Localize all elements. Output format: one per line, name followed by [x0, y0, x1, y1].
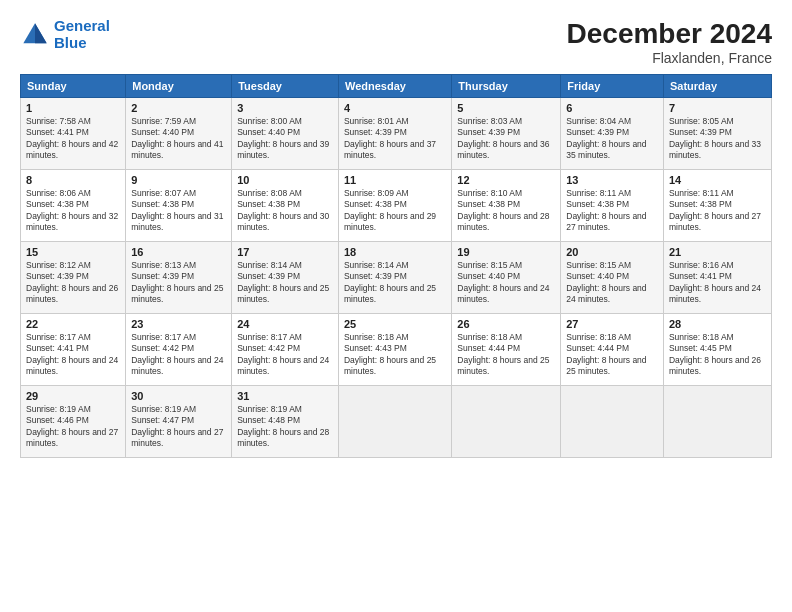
- day-cell-1: 1Sunrise: 7:58 AMSunset: 4:41 PMDaylight…: [21, 98, 126, 170]
- day-info: Sunrise: 8:06 AMSunset: 4:38 PMDaylight:…: [26, 188, 120, 234]
- day-cell-19: 19Sunrise: 8:15 AMSunset: 4:40 PMDayligh…: [452, 242, 561, 314]
- day-number: 1: [26, 102, 120, 114]
- day-info: Sunrise: 8:05 AMSunset: 4:39 PMDaylight:…: [669, 116, 766, 162]
- day-cell-7: 7Sunrise: 8:05 AMSunset: 4:39 PMDaylight…: [663, 98, 771, 170]
- day-number: 8: [26, 174, 120, 186]
- col-saturday: Saturday: [663, 75, 771, 98]
- day-info: Sunrise: 8:18 AMSunset: 4:45 PMDaylight:…: [669, 332, 766, 378]
- day-info: Sunrise: 8:16 AMSunset: 4:41 PMDaylight:…: [669, 260, 766, 306]
- header-row: Sunday Monday Tuesday Wednesday Thursday…: [21, 75, 772, 98]
- day-info: Sunrise: 8:18 AMSunset: 4:44 PMDaylight:…: [457, 332, 555, 378]
- day-info: Sunrise: 8:09 AMSunset: 4:38 PMDaylight:…: [344, 188, 446, 234]
- day-cell-11: 11Sunrise: 8:09 AMSunset: 4:38 PMDayligh…: [338, 170, 451, 242]
- logo-icon: [20, 20, 50, 50]
- day-number: 3: [237, 102, 333, 114]
- day-number: 22: [26, 318, 120, 330]
- day-cell-21: 21Sunrise: 8:16 AMSunset: 4:41 PMDayligh…: [663, 242, 771, 314]
- day-info: Sunrise: 8:17 AMSunset: 4:42 PMDaylight:…: [237, 332, 333, 378]
- day-cell-3: 3Sunrise: 8:00 AMSunset: 4:40 PMDaylight…: [232, 98, 339, 170]
- day-number: 21: [669, 246, 766, 258]
- day-number: 6: [566, 102, 658, 114]
- day-info: Sunrise: 8:11 AMSunset: 4:38 PMDaylight:…: [669, 188, 766, 234]
- day-number: 25: [344, 318, 446, 330]
- day-number: 31: [237, 390, 333, 402]
- day-info: Sunrise: 8:03 AMSunset: 4:39 PMDaylight:…: [457, 116, 555, 162]
- day-info: Sunrise: 8:11 AMSunset: 4:38 PMDaylight:…: [566, 188, 658, 234]
- day-number: 30: [131, 390, 226, 402]
- day-number: 10: [237, 174, 333, 186]
- col-wednesday: Wednesday: [338, 75, 451, 98]
- calendar-table: Sunday Monday Tuesday Wednesday Thursday…: [20, 74, 772, 458]
- page: General Blue December 2024 Flaxlanden, F…: [0, 0, 792, 612]
- week-row-4: 22Sunrise: 8:17 AMSunset: 4:41 PMDayligh…: [21, 314, 772, 386]
- day-number: 28: [669, 318, 766, 330]
- subtitle: Flaxlanden, France: [567, 50, 772, 66]
- day-cell-16: 16Sunrise: 8:13 AMSunset: 4:39 PMDayligh…: [126, 242, 232, 314]
- day-cell-29: 29Sunrise: 8:19 AMSunset: 4:46 PMDayligh…: [21, 386, 126, 458]
- day-info: Sunrise: 8:15 AMSunset: 4:40 PMDaylight:…: [566, 260, 658, 306]
- day-info: Sunrise: 8:04 AMSunset: 4:39 PMDaylight:…: [566, 116, 658, 162]
- day-info: Sunrise: 8:19 AMSunset: 4:48 PMDaylight:…: [237, 404, 333, 450]
- empty-cell: [561, 386, 664, 458]
- col-tuesday: Tuesday: [232, 75, 339, 98]
- day-number: 15: [26, 246, 120, 258]
- day-cell-27: 27Sunrise: 8:18 AMSunset: 4:44 PMDayligh…: [561, 314, 664, 386]
- day-number: 16: [131, 246, 226, 258]
- day-cell-17: 17Sunrise: 8:14 AMSunset: 4:39 PMDayligh…: [232, 242, 339, 314]
- day-cell-23: 23Sunrise: 8:17 AMSunset: 4:42 PMDayligh…: [126, 314, 232, 386]
- day-info: Sunrise: 8:01 AMSunset: 4:39 PMDaylight:…: [344, 116, 446, 162]
- day-cell-31: 31Sunrise: 8:19 AMSunset: 4:48 PMDayligh…: [232, 386, 339, 458]
- day-number: 24: [237, 318, 333, 330]
- svg-marker-1: [35, 23, 47, 43]
- day-info: Sunrise: 8:00 AMSunset: 4:40 PMDaylight:…: [237, 116, 333, 162]
- day-info: Sunrise: 8:10 AMSunset: 4:38 PMDaylight:…: [457, 188, 555, 234]
- day-info: Sunrise: 8:13 AMSunset: 4:39 PMDaylight:…: [131, 260, 226, 306]
- day-info: Sunrise: 7:58 AMSunset: 4:41 PMDaylight:…: [26, 116, 120, 162]
- day-number: 5: [457, 102, 555, 114]
- day-info: Sunrise: 8:15 AMSunset: 4:40 PMDaylight:…: [457, 260, 555, 306]
- day-cell-28: 28Sunrise: 8:18 AMSunset: 4:45 PMDayligh…: [663, 314, 771, 386]
- day-cell-26: 26Sunrise: 8:18 AMSunset: 4:44 PMDayligh…: [452, 314, 561, 386]
- day-number: 2: [131, 102, 226, 114]
- day-number: 23: [131, 318, 226, 330]
- logo: General Blue: [20, 18, 110, 51]
- day-info: Sunrise: 8:17 AMSunset: 4:41 PMDaylight:…: [26, 332, 120, 378]
- day-number: 12: [457, 174, 555, 186]
- day-cell-2: 2Sunrise: 7:59 AMSunset: 4:40 PMDaylight…: [126, 98, 232, 170]
- day-info: Sunrise: 7:59 AMSunset: 4:40 PMDaylight:…: [131, 116, 226, 162]
- week-row-2: 8Sunrise: 8:06 AMSunset: 4:38 PMDaylight…: [21, 170, 772, 242]
- day-number: 7: [669, 102, 766, 114]
- day-cell-14: 14Sunrise: 8:11 AMSunset: 4:38 PMDayligh…: [663, 170, 771, 242]
- col-friday: Friday: [561, 75, 664, 98]
- logo-line2: Blue: [54, 34, 87, 51]
- day-number: 9: [131, 174, 226, 186]
- day-info: Sunrise: 8:07 AMSunset: 4:38 PMDaylight:…: [131, 188, 226, 234]
- day-number: 19: [457, 246, 555, 258]
- week-row-5: 29Sunrise: 8:19 AMSunset: 4:46 PMDayligh…: [21, 386, 772, 458]
- title-block: December 2024 Flaxlanden, France: [567, 18, 772, 66]
- day-cell-18: 18Sunrise: 8:14 AMSunset: 4:39 PMDayligh…: [338, 242, 451, 314]
- day-cell-13: 13Sunrise: 8:11 AMSunset: 4:38 PMDayligh…: [561, 170, 664, 242]
- day-number: 18: [344, 246, 446, 258]
- col-monday: Monday: [126, 75, 232, 98]
- main-title: December 2024: [567, 18, 772, 50]
- week-row-1: 1Sunrise: 7:58 AMSunset: 4:41 PMDaylight…: [21, 98, 772, 170]
- day-number: 13: [566, 174, 658, 186]
- day-number: 17: [237, 246, 333, 258]
- day-cell-5: 5Sunrise: 8:03 AMSunset: 4:39 PMDaylight…: [452, 98, 561, 170]
- empty-cell: [452, 386, 561, 458]
- day-number: 14: [669, 174, 766, 186]
- header: General Blue December 2024 Flaxlanden, F…: [20, 18, 772, 66]
- logo-text: General Blue: [54, 18, 110, 51]
- logo-line1: General: [54, 17, 110, 34]
- day-cell-24: 24Sunrise: 8:17 AMSunset: 4:42 PMDayligh…: [232, 314, 339, 386]
- day-cell-8: 8Sunrise: 8:06 AMSunset: 4:38 PMDaylight…: [21, 170, 126, 242]
- day-cell-10: 10Sunrise: 8:08 AMSunset: 4:38 PMDayligh…: [232, 170, 339, 242]
- empty-cell: [338, 386, 451, 458]
- day-info: Sunrise: 8:19 AMSunset: 4:47 PMDaylight:…: [131, 404, 226, 450]
- day-cell-25: 25Sunrise: 8:18 AMSunset: 4:43 PMDayligh…: [338, 314, 451, 386]
- day-cell-6: 6Sunrise: 8:04 AMSunset: 4:39 PMDaylight…: [561, 98, 664, 170]
- day-info: Sunrise: 8:18 AMSunset: 4:43 PMDaylight:…: [344, 332, 446, 378]
- day-number: 26: [457, 318, 555, 330]
- col-thursday: Thursday: [452, 75, 561, 98]
